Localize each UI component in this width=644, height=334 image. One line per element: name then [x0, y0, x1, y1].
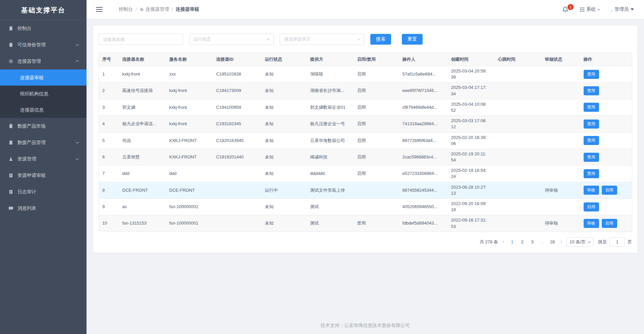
- breadcrumb-connector-mgmt[interactable]: 连接器管理: [146, 6, 169, 12]
- cell-actions: 禁用: [580, 149, 632, 165]
- user-label: 管理员: [614, 6, 629, 12]
- cell-operator: 6874556245344...: [399, 182, 448, 198]
- table-row: 10fsn-1315153fsn-100000001未知测试禁用fdbdef5d…: [99, 215, 632, 232]
- topbar: 控制台 / 连接器管理 / 连接器审核 1 系统 ,: [87, 0, 644, 19]
- cell-audit: 待审核: [542, 215, 580, 232]
- cell-id: C1920163945: [213, 132, 262, 149]
- cell-status: 未知: [262, 199, 307, 215]
- review-button[interactable]: 审核: [584, 219, 599, 228]
- page-number-1[interactable]: 1: [510, 239, 515, 244]
- pagination: 共 278 条 123...28 10 条/页 跳至 页: [99, 237, 632, 247]
- sidebar-item-identity-mgmt[interactable]: 可信身份管理: [0, 37, 87, 53]
- cell-audit: [542, 149, 580, 165]
- cell-audit: [542, 116, 580, 132]
- page-number-28[interactable]: 28: [550, 239, 555, 244]
- disable-button[interactable]: 禁用: [584, 120, 599, 129]
- cell-created: 2022-09-20 16:09:18: [448, 199, 495, 215]
- disable-button[interactable]: 禁用: [584, 103, 599, 112]
- provider-select[interactable]: 请选择提供方: [280, 34, 364, 45]
- cell-actions: 启用: [580, 199, 632, 215]
- cell-created: 2025-02-20 16:39:06: [448, 132, 495, 149]
- sidebar-item-console[interactable]: 控制台: [0, 20, 87, 37]
- cell-service: zxx: [166, 66, 213, 83]
- cell-seq: 4: [99, 116, 119, 132]
- cell-provider: 杨凡注册企业一号: [307, 116, 354, 132]
- cell-enabled: 启用: [354, 165, 399, 182]
- menu-toggle-icon[interactable]: [96, 7, 103, 12]
- cell-seq: 1: [99, 66, 119, 83]
- enable-button[interactable]: 启用: [602, 219, 617, 228]
- chat-icon: [8, 206, 13, 211]
- sidebar-item-label: 数据产品管理: [17, 140, 76, 146]
- sidebar-item-connector-mgmt[interactable]: 连接器管理: [0, 53, 87, 69]
- cell-seq: 2: [99, 83, 119, 99]
- cell-status: 未知: [262, 116, 307, 132]
- sidebar-item-resource-mgmt[interactable]: 资源管理: [0, 151, 87, 167]
- submenu-connector-mgmt: 连接器审核组织机构信息连接器信息: [0, 69, 87, 118]
- cell-status: 运行中: [262, 182, 307, 198]
- breadcrumb-console[interactable]: 控制台: [119, 6, 133, 12]
- table-body: 1kxkj-frontzxxC195102838未知张嘻嘻启用57af1c5a6…: [99, 66, 632, 232]
- sidebar-item-data-product-mgmt[interactable]: 数据产品管理: [0, 134, 87, 151]
- cell-audit: 待审核: [542, 182, 580, 198]
- page-number-3[interactable]: 3: [530, 239, 535, 244]
- cell-audit: [542, 99, 580, 115]
- cell-status: 未知: [262, 66, 307, 83]
- notification-bell-icon[interactable]: 1: [562, 6, 569, 13]
- cell-actions: 禁用: [580, 66, 632, 83]
- doc-icon: [8, 42, 13, 48]
- prev-page-icon[interactable]: [502, 240, 505, 244]
- table-row: 1kxkj-frontzxxC195102838未知张嘻嘻启用57af1c5a6…: [99, 66, 632, 83]
- page-size-select[interactable]: 10 条/页: [567, 237, 593, 247]
- cell-status: 未知: [262, 215, 307, 232]
- sidebar-item-log-audit[interactable]: 日志审计: [0, 184, 87, 200]
- cell-heartbeat: [495, 83, 542, 99]
- reset-button[interactable]: 重置: [402, 34, 423, 45]
- disable-button[interactable]: 禁用: [584, 86, 599, 95]
- cell-provider: 竭诚科技: [307, 149, 354, 165]
- chevron-down-icon: [76, 43, 79, 46]
- cell-audit: [542, 165, 580, 182]
- page-number-2[interactable]: 2: [520, 239, 525, 244]
- cell-name: 杨凡企业申请连...: [119, 116, 166, 132]
- sidebar-item-data-market[interactable]: 数据产品市场: [0, 118, 87, 134]
- page-size-value: 10 条/页: [570, 239, 586, 245]
- sidebar-item-resource-apply-audit[interactable]: 资源申请审核: [0, 167, 87, 184]
- pagination-total: 共 278 条: [480, 239, 498, 245]
- disable-button[interactable]: 禁用: [584, 70, 599, 79]
- cell-id: [213, 199, 262, 215]
- cell-service: KXKJ-FRONT: [166, 149, 213, 165]
- enable-button[interactable]: 启用: [584, 202, 599, 211]
- disable-button[interactable]: 禁用: [584, 136, 599, 145]
- sidebar-item-label: 连接器管理: [17, 58, 76, 64]
- search-button[interactable]: 搜索: [370, 34, 391, 45]
- table-row: 9asfsn-100000002未知测试4052065946550...2022…: [99, 199, 632, 215]
- breadcrumb: 控制台 / 连接器管理 / 连接器审核: [119, 6, 199, 12]
- column-header: 操作: [580, 53, 632, 66]
- content: 运行状态 请选择提供方 搜索 重置 序号连接器名称服务名称连接器ID运行状态提供: [87, 19, 644, 334]
- provider-placeholder: 请选择提供方: [284, 36, 310, 42]
- review-button[interactable]: 审核: [584, 186, 599, 195]
- sidebar-subitem-org-info[interactable]: 组织机构信息: [0, 86, 87, 102]
- sidebar-subitem-connector-info[interactable]: 连接器信息: [0, 102, 87, 118]
- jump-page-input[interactable]: [609, 237, 625, 247]
- next-page-icon[interactable]: [559, 240, 562, 244]
- system-label: 系统: [586, 6, 596, 12]
- cell-name: fsn-1315153: [119, 215, 166, 232]
- disable-button[interactable]: 禁用: [584, 153, 599, 162]
- enable-button[interactable]: 启用: [602, 186, 617, 195]
- cell-operator: eee95f76f71545...: [399, 83, 448, 99]
- filter-bar: 运行状态 请选择提供方 搜索 重置: [99, 34, 632, 45]
- footer-text: 技术支持：云基华海信息技术股份有限公司: [87, 318, 644, 334]
- user-prefix: ,: [611, 7, 612, 12]
- run-status-select[interactable]: 运行状态: [189, 34, 274, 45]
- disable-button[interactable]: 禁用: [584, 169, 599, 178]
- topbar-right: 1 系统 , 管理员: [562, 6, 634, 13]
- sidebar-subitem-connector-audit[interactable]: 连接器审核: [0, 69, 87, 86]
- sidebar-item-message-list[interactable]: 消息列表: [0, 200, 87, 217]
- connector-name-input[interactable]: [99, 34, 183, 45]
- cell-enabled: 启用: [354, 149, 399, 165]
- system-menu[interactable]: 系统: [580, 6, 600, 12]
- flask-icon: [8, 156, 13, 162]
- user-menu[interactable]: , 管理员: [611, 6, 634, 12]
